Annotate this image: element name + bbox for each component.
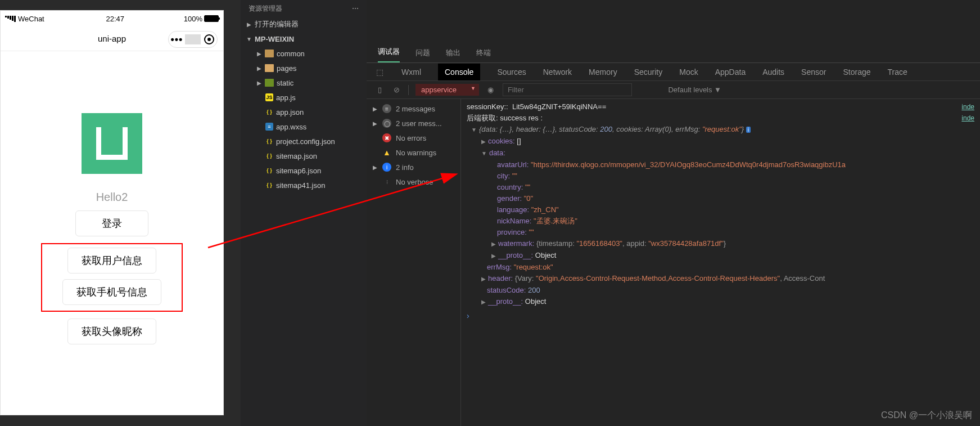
app-logo: [82, 113, 142, 174]
clear-icon[interactable]: ⊘: [391, 85, 401, 95]
get-phone-button[interactable]: 获取手机号信息: [62, 279, 161, 305]
sub-tab[interactable]: Memory: [589, 68, 617, 77]
sub-tab[interactable]: Network: [543, 68, 572, 77]
get-avatar-button[interactable]: 获取头像昵称: [67, 319, 156, 344]
sub-tabs: ⬚ WxmlConsoleSourcesNetworkMemorySecurit…: [367, 63, 980, 81]
nav-bar: uni-app •••: [1, 26, 223, 51]
sub-tab[interactable]: Wxml: [401, 68, 421, 77]
page-title: uni-app: [98, 34, 126, 43]
close-target-icon[interactable]: [201, 34, 217, 44]
source-link[interactable]: inde: [961, 101, 974, 113]
console-sidebar: ▶≡2 messages▶◯2 user mess...✖No errors▲N…: [367, 99, 461, 426]
sub-tab[interactable]: Trace: [888, 68, 907, 77]
source-link[interactable]: inde: [961, 113, 974, 124]
tree-item[interactable]: ▶pages: [241, 61, 367, 75]
battery-icon: [204, 15, 219, 22]
filter-row[interactable]: ▶≡2 messages: [367, 101, 460, 116]
project-root[interactable]: ▼MP-WEIXIN: [241, 32, 367, 46]
top-tab[interactable]: 调试器: [378, 47, 400, 62]
capsule[interactable]: •••: [168, 31, 218, 48]
inspect-icon[interactable]: ⬚: [374, 67, 385, 77]
explorer-more-icon[interactable]: ⋯: [352, 5, 359, 12]
tree-item[interactable]: { }sitemap41.json: [241, 178, 367, 192]
filter-row[interactable]: ▶◯2 user mess...: [367, 116, 460, 131]
clock-label: 22:47: [106, 15, 124, 23]
explorer-panel: 资源管理器⋯ ▶打开的编辑器 ▼MP-WEIXIN ▶common▶pages▶…: [241, 0, 367, 426]
tree-item[interactable]: ≡app.wxss: [241, 119, 367, 134]
top-tab[interactable]: 输出: [446, 48, 460, 62]
sub-tab[interactable]: AppData: [715, 68, 746, 77]
log-levels[interactable]: Default levels ▼: [668, 86, 721, 94]
console-output[interactable]: sessionKey:: Lit5w84gZNIT+59lKqiNNA==ind…: [461, 99, 980, 426]
status-bar: WeChat 22:47 100%: [1, 11, 223, 26]
tree-item[interactable]: ▶common: [241, 46, 367, 61]
filter-row[interactable]: ▲No warnings: [367, 145, 460, 160]
sub-tab[interactable]: Security: [634, 68, 663, 77]
tree-item[interactable]: ▶static: [241, 75, 367, 90]
hello-label: Hello2: [1, 191, 223, 204]
tree-item[interactable]: { }app.json: [241, 105, 367, 119]
sub-tab[interactable]: Sources: [497, 68, 526, 77]
tree-item[interactable]: { }sitemap.json: [241, 149, 367, 163]
context-select[interactable]: appservice: [416, 84, 479, 96]
top-tab[interactable]: 问题: [416, 48, 430, 62]
get-user-button[interactable]: 获取用户信息: [67, 248, 156, 273]
sub-tab[interactable]: Audits: [762, 68, 784, 77]
watermark: CSDN @一个小浪吴啊: [881, 410, 972, 421]
sidebar-toggle-icon[interactable]: ▯: [374, 85, 385, 95]
sub-tab[interactable]: Console: [438, 64, 480, 80]
signal-icon: [5, 16, 16, 22]
sub-tab[interactable]: Sensor: [801, 68, 826, 77]
tree-item[interactable]: { }project.config.json: [241, 134, 367, 149]
login-button[interactable]: 登录: [75, 210, 148, 236]
filter-row[interactable]: ⁝No verbose: [367, 174, 460, 189]
top-tab[interactable]: 终端: [476, 48, 491, 62]
tree-item[interactable]: { }sitemap6.json: [241, 163, 367, 178]
sub-tab[interactable]: Mock: [679, 68, 698, 77]
annotation-box: 获取用户信息 获取手机号信息: [41, 243, 183, 312]
top-tabs: 调试器问题输出终端: [367, 43, 980, 63]
open-editors-section[interactable]: ▶打开的编辑器: [241, 17, 367, 32]
phone-simulator: WeChat 22:47 100% uni-app ••• Hello2 登录 …: [0, 10, 224, 415]
devtools-panel: 调试器问题输出终端 ⬚ WxmlConsoleSourcesNetworkMem…: [367, 0, 980, 426]
filter-row[interactable]: ▶i2 info: [367, 160, 460, 174]
more-icon[interactable]: •••: [169, 34, 185, 44]
filter-row[interactable]: ✖No errors: [367, 131, 460, 145]
eye-icon[interactable]: ◉: [486, 85, 496, 95]
console-prompt[interactable]: ›: [461, 308, 980, 324]
carrier-label: WeChat: [18, 15, 44, 23]
filter-input[interactable]: [503, 83, 632, 96]
sub-tab[interactable]: Storage: [843, 68, 870, 77]
battery-pct: 100%: [184, 15, 202, 23]
console-toolbar: ▯ ⊘ appservice ◉ Default levels ▼: [367, 81, 980, 99]
tree-item[interactable]: JSapp.js: [241, 90, 367, 105]
explorer-title: 资源管理器: [249, 4, 282, 14]
